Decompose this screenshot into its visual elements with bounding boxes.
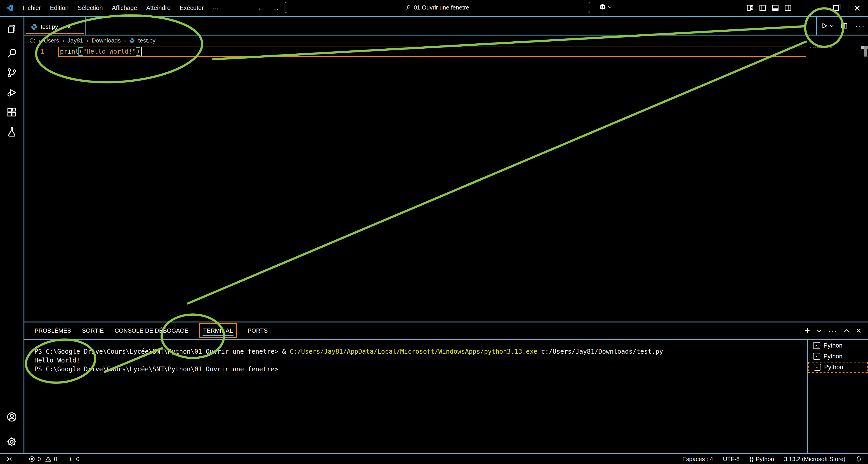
panel-tab-console-debogage[interactable]: CONSOLE DE DÉBOGAGE (115, 327, 188, 334)
menu-more-icon[interactable]: ··· (213, 4, 219, 11)
divider-tab (86, 17, 86, 35)
menu-bar: Fichier Edition Sélection Affichage Atte… (23, 4, 219, 11)
panel-tab-bar: PROBLÈMES SORTIE CONSOLE DE DÉBOGAGE TER… (24, 322, 806, 339)
source-control-icon[interactable] (6, 67, 17, 78)
maximize-panel-icon[interactable] (844, 329, 849, 334)
errors-icon (29, 456, 35, 462)
breadcrumb-jay81[interactable]: Jay81 (68, 37, 83, 44)
chevron-down-icon (608, 4, 612, 8)
terminal-list-item[interactable]: >_ Python (808, 351, 868, 362)
terminal-item-label: Python (824, 353, 842, 360)
customize-layout-icon[interactable] (746, 4, 754, 12)
more-actions-icon[interactable]: ··· (855, 21, 865, 31)
ports-count: 0 (76, 456, 79, 463)
chevron-right-icon: › (38, 37, 40, 44)
chevron-right-icon: › (62, 37, 64, 44)
terminal-item-label: Python (824, 342, 842, 349)
activity-bar (0, 17, 24, 453)
tab-close-icon[interactable]: × (67, 22, 72, 31)
launch-profile-chevron-icon[interactable] (817, 328, 822, 332)
chevron-down-icon (830, 23, 834, 27)
panel-more-actions-icon[interactable]: ··· (829, 326, 837, 335)
toggle-secondary-sidebar-icon[interactable] (784, 4, 792, 12)
menu-executer[interactable]: Exécuter (180, 4, 204, 11)
text-cursor (141, 47, 142, 56)
breadcrumb-downloads[interactable]: Downloads (92, 37, 121, 44)
split-editor-icon[interactable] (840, 22, 848, 30)
terminal-command-path: C:/Users/Jay81/AppData/Local/Microsoft/W… (289, 348, 537, 355)
terminal-output[interactable]: PS C:\Google Drive\Cours\Lycée\SNT\Pytho… (34, 347, 663, 374)
indentation-status[interactable]: Espaces : 4 (682, 456, 713, 463)
editor-area[interactable] (24, 47, 868, 321)
code-keyword: print (60, 48, 79, 55)
extensions-icon[interactable] (6, 107, 17, 118)
run-python-button[interactable] (820, 22, 833, 30)
encoding-status[interactable]: UTF-8 (723, 456, 740, 463)
copilot-icon (598, 3, 607, 11)
braces-icon: {} (749, 456, 753, 463)
terminal-line-3: PS C:\Google Drive\Cours\Lycée\SNT\Pytho… (34, 365, 278, 373)
breadcrumb-file[interactable]: test.py (138, 37, 156, 44)
interpreter-status[interactable]: 3.13.2 (Microsoft Store) (784, 456, 845, 463)
menu-atteindre[interactable]: Atteindre (146, 4, 170, 11)
code-line[interactable]: print("Hello World!") (60, 48, 140, 55)
status-left: 0 0 0 (6, 456, 79, 463)
editor-scrollbar-thumb[interactable] (864, 47, 867, 57)
new-terminal-button[interactable]: + (805, 326, 810, 336)
window-controls: × (804, 0, 868, 16)
run-debug-icon[interactable] (6, 87, 17, 98)
panel-tab-ports[interactable]: PORTS (248, 327, 268, 334)
radio-tower-icon (67, 456, 74, 462)
active-tab-underline (203, 335, 234, 336)
chevron-right-icon: › (124, 37, 126, 44)
python-file-icon (31, 24, 37, 30)
copilot-menu[interactable] (598, 3, 611, 11)
code-close-paren: ) (135, 47, 141, 56)
ports-status[interactable]: 0 (67, 456, 79, 463)
restore-icon (833, 5, 839, 11)
command-center-search[interactable]: 01 Ouvrir une fenetre (285, 2, 590, 13)
menu-fichier[interactable]: Fichier (23, 4, 41, 11)
search-placeholder: 01 Ouvrir une fenetre (414, 4, 469, 11)
notifications-bell-icon[interactable] (855, 456, 862, 462)
close-panel-icon[interactable]: × (856, 326, 861, 336)
breadcrumb-drive[interactable]: C: (29, 37, 35, 44)
terminal-list-item-focused[interactable]: >_ Python (808, 362, 868, 373)
restore-button[interactable] (825, 0, 846, 16)
breadcrumb-users[interactable]: Users (43, 37, 59, 44)
explorer-icon[interactable] (6, 24, 17, 34)
history-navigation: ← → (257, 0, 279, 16)
menu-edition[interactable]: Edition (50, 4, 69, 11)
toggle-panel-icon[interactable] (771, 4, 779, 12)
menu-selection[interactable]: Sélection (78, 4, 103, 11)
panel-tab-problemes[interactable]: PROBLÈMES (35, 327, 71, 334)
terminal-icon: >_ (813, 342, 820, 349)
close-icon: × (854, 1, 861, 15)
forward-arrow-icon[interactable]: → (272, 4, 279, 12)
language-status[interactable]: {} Python (749, 456, 774, 463)
back-arrow-icon[interactable]: ← (257, 4, 265, 12)
editor-actions: ··· (817, 17, 868, 35)
panel-tab-sortie[interactable]: SORTIE (82, 327, 104, 334)
toggle-sidebar-icon[interactable] (758, 4, 767, 12)
problems-status[interactable]: 0 0 (29, 456, 57, 463)
tab-test-py[interactable]: test.py × (26, 20, 84, 34)
errors-count: 0 (37, 456, 41, 463)
tab-label: test.py (41, 23, 58, 30)
panel-tab-terminal[interactable]: TERMINAL (199, 323, 237, 338)
minimap[interactable]: print("Hello World!") (809, 47, 860, 53)
search-icon (405, 5, 411, 10)
search-view-icon[interactable] (6, 48, 17, 59)
terminal-list-item[interactable]: >_ Python (808, 340, 868, 351)
minimize-button[interactable] (804, 0, 825, 16)
account-icon[interactable] (6, 411, 17, 423)
menu-affichage[interactable]: Affichage (112, 4, 137, 11)
warnings-icon (45, 456, 52, 462)
settings-gear-icon[interactable] (6, 436, 17, 447)
testing-icon[interactable] (6, 126, 17, 137)
terminal-line-2: Hello World! (34, 357, 80, 364)
divider-titlebar (0, 16, 868, 17)
close-window-button[interactable]: × (846, 0, 868, 16)
vscode-logo-icon (5, 4, 13, 12)
remote-indicator-icon[interactable] (6, 456, 13, 462)
